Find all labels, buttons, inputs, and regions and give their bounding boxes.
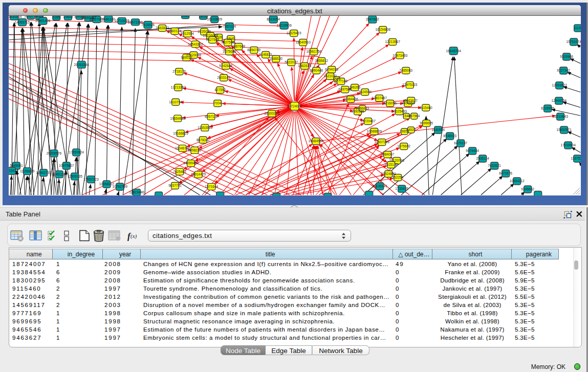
svg-text:20364436: 20364436: [343, 97, 359, 101]
svg-text:10688609: 10688609: [367, 129, 382, 133]
svg-text:18724007: 18724007: [287, 104, 302, 108]
svg-text:10973493: 10973493: [393, 54, 408, 57]
svg-text:13226058: 13226058: [203, 34, 219, 37]
svg-text:957564: 957564: [408, 114, 420, 118]
svg-text:19384554: 19384554: [309, 139, 324, 143]
svg-text:1640954: 1640954: [431, 128, 445, 132]
svg-text:9115460: 9115460: [420, 106, 433, 110]
svg-text:6216096: 6216096: [383, 101, 397, 105]
svg-text:10719165: 10719165: [115, 19, 130, 23]
svg-text:7004: 7004: [214, 101, 222, 105]
svg-text:252254: 252254: [392, 176, 403, 179]
svg-text:17359924: 17359924: [69, 150, 84, 154]
svg-text:8878342: 8878342: [197, 138, 210, 142]
svg-text:1167534: 1167534: [571, 157, 581, 160]
svg-text:2718176: 2718176: [172, 70, 186, 73]
svg-text:16033809: 16033809: [207, 17, 223, 21]
svg-text:16154808: 16154808: [376, 28, 391, 31]
svg-text:7485063: 7485063: [399, 69, 412, 72]
svg-text:12975115: 12975115: [402, 83, 417, 86]
svg-text:1571644: 1571644: [205, 185, 218, 188]
svg-text:9245652: 9245652: [521, 187, 534, 191]
svg-text:10671355: 10671355: [128, 20, 143, 24]
svg-text:16210643: 16210643: [553, 115, 569, 118]
svg-text:5822037: 5822037: [285, 60, 298, 64]
svg-text:746266: 746266: [349, 85, 360, 89]
svg-text:12213363: 12213363: [171, 85, 186, 89]
svg-text:14136141: 14136141: [373, 184, 388, 188]
svg-text:10853: 10853: [63, 16, 73, 18]
svg-text:10782759: 10782759: [113, 185, 128, 188]
svg-text:31930554: 31930554: [9, 16, 22, 18]
svg-text:8215955: 8215955: [541, 106, 554, 110]
svg-text:427552: 427552: [214, 88, 226, 92]
svg-text:2867608: 2867608: [232, 45, 245, 48]
svg-text:8990448: 8990448: [310, 69, 323, 72]
svg-text:44923: 44923: [406, 128, 416, 132]
svg-text:3915414: 3915414: [9, 169, 18, 172]
svg-text:15751074: 15751074: [567, 40, 581, 43]
svg-text:20053346: 20053346: [74, 63, 90, 67]
svg-text:7357224: 7357224: [223, 25, 236, 28]
svg-text:1615132: 1615132: [384, 163, 398, 166]
svg-text:11120: 11120: [574, 26, 581, 30]
svg-text:18907249: 18907249: [375, 140, 390, 144]
svg-text:1065: 1065: [53, 16, 60, 19]
svg-text:7955812: 7955812: [315, 59, 328, 62]
svg-text:7663822: 7663822: [156, 26, 169, 30]
svg-text:989012: 989012: [181, 56, 192, 59]
svg-text:11325419: 11325419: [287, 31, 301, 35]
svg-text:8938923: 8938923: [443, 134, 456, 138]
svg-text:17016504: 17016504: [561, 143, 576, 147]
svg-text:12213967: 12213967: [385, 40, 401, 43]
svg-text:1588520: 1588520: [269, 57, 282, 60]
svg-text:2226058: 2226058: [198, 30, 211, 33]
svg-text:9329966: 9329966: [560, 55, 573, 58]
svg-text:9327508: 9327508: [221, 40, 234, 44]
svg-text:19166825: 19166825: [173, 132, 188, 135]
svg-text:9657791: 9657791: [168, 184, 182, 187]
svg-text:7515526: 7515526: [141, 23, 155, 27]
svg-text:14055715: 14055715: [15, 20, 30, 24]
svg-text:1362615: 1362615: [298, 64, 311, 68]
svg-text:2803144: 2803144: [217, 76, 230, 79]
svg-text:11353594: 11353594: [198, 126, 212, 129]
svg-text:8471676: 8471676: [499, 171, 512, 175]
svg-text:9146821: 9146821: [259, 53, 272, 56]
svg-text:8813054: 8813054: [267, 17, 280, 21]
svg-text:19654985: 19654985: [170, 117, 186, 120]
svg-text:7632621: 7632621: [488, 164, 501, 167]
svg-text:9827508: 9827508: [206, 38, 219, 41]
svg-text:7625402: 7625402: [173, 170, 186, 173]
svg-text:6466160: 6466160: [102, 17, 115, 21]
svg-text:1546: 1546: [227, 37, 235, 40]
svg-text:19218906: 19218906: [277, 24, 292, 27]
svg-text:2069: 2069: [35, 16, 43, 18]
svg-text:6479197: 6479197: [454, 141, 467, 145]
svg-text:1075692: 1075692: [397, 144, 410, 148]
svg-text:20206576: 20206576: [47, 151, 62, 155]
svg-text:12942737: 12942737: [36, 171, 51, 174]
svg-text:18640910: 18640910: [296, 40, 311, 44]
svg-text:10975867: 10975867: [59, 164, 74, 167]
svg-text:9777169: 9777169: [334, 79, 347, 83]
svg-text:17957223: 17957223: [83, 178, 99, 181]
svg-text:9474444: 9474444: [466, 149, 479, 152]
svg-text:8267115: 8267115: [205, 115, 218, 118]
svg-text:2687682: 2687682: [366, 17, 379, 21]
svg-text:1610754: 1610754: [169, 100, 182, 104]
svg-text:11156829: 11156829: [20, 169, 35, 173]
svg-text:3624554: 3624554: [358, 90, 372, 94]
svg-text:5845061: 5845061: [10, 164, 23, 167]
svg-text:9660124: 9660124: [168, 29, 182, 33]
svg-text:16961758: 16961758: [307, 50, 322, 53]
svg-text:14099489: 14099489: [183, 161, 199, 165]
svg-text:20691406: 20691406: [35, 19, 51, 23]
svg-text:3375685: 3375685: [223, 50, 236, 53]
svg-text:10807487: 10807487: [372, 96, 387, 100]
svg-text:12093822: 12093822: [552, 83, 568, 87]
svg-text:16543382: 16543382: [188, 42, 203, 46]
svg-text:2086833: 2086833: [356, 106, 369, 110]
svg-text:9227342: 9227342: [557, 69, 570, 72]
svg-text:12505135: 12505135: [68, 174, 83, 178]
